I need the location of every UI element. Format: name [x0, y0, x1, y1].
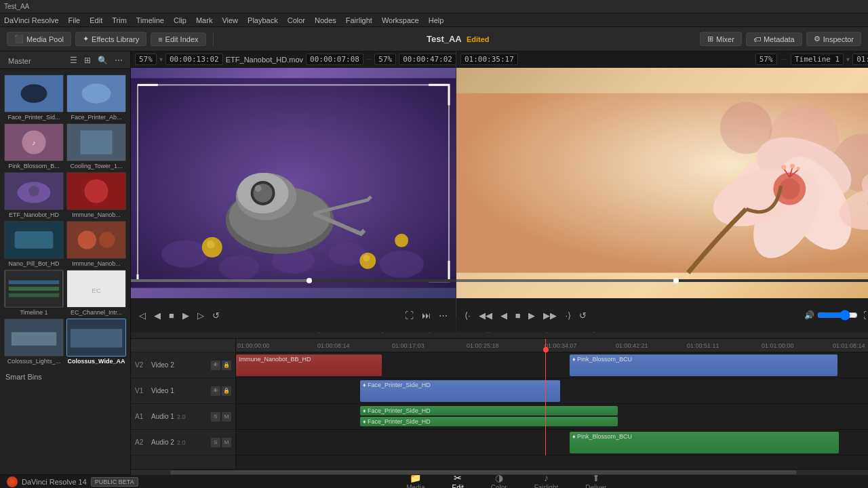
timeline-scrollbar[interactable]: [131, 469, 868, 474]
time-marker: 01:00:00:00: [237, 342, 270, 349]
clip-immune-nanobot[interactable]: Immune_Nanobot_BB_HD: [236, 354, 382, 376]
program-timeline[interactable]: Timeline 1: [791, 54, 844, 65]
program-go-in-button[interactable]: ⟨·: [462, 309, 473, 322]
metadata-label: Metadata: [764, 35, 795, 43]
clip-face-printer-a1-2[interactable]: ♦ Face_Printer_Side_HD: [360, 417, 618, 426]
inspector-button[interactable]: ⚙ Inspector: [806, 32, 861, 46]
source-zoom2[interactable]: 57%: [374, 54, 396, 65]
program-step-fwd-button[interactable]: ▶▶: [540, 309, 559, 322]
program-stop-button[interactable]: ■: [513, 309, 524, 322]
source-frame-left-button[interactable]: ◁: [136, 309, 149, 322]
center-right: 57% ▾ 00:00:13:02 ETF_Nanobot_HD.mov 00:…: [131, 52, 868, 474]
track-a2-mute[interactable]: M: [222, 438, 231, 447]
effects-library-button[interactable]: ✦ Effects Library: [75, 32, 146, 46]
list-item[interactable]: Immune_Nanob...: [66, 221, 126, 267]
program-step-back-button[interactable]: ◀◀: [476, 309, 495, 322]
svg-point-34: [379, 251, 424, 278]
program-progress-handle[interactable]: [673, 278, 679, 283]
list-item[interactable]: ETF_Nanobot_HD: [4, 172, 64, 218]
program-progress-bar[interactable]: [456, 279, 868, 282]
program-loop-button[interactable]: ↺: [576, 309, 589, 322]
source-frame-right-button[interactable]: ▷: [195, 309, 207, 322]
list-item[interactable]: EC EC_Channel_Intr...: [66, 270, 126, 316]
program-progress-fill: [456, 279, 676, 282]
menu-item-trim[interactable]: Trim: [112, 16, 127, 24]
media-pool-label: Media Pool: [26, 35, 64, 43]
svg-point-30: [161, 241, 209, 268]
list-item[interactable]: Timeline 1: [4, 270, 64, 316]
program-go-out-button[interactable]: ·⟩: [562, 309, 574, 322]
clip-pink-blossom-a2[interactable]: ♦ Pink_Blossom_BCU: [570, 432, 839, 453]
menu-item-edit[interactable]: Edit: [90, 16, 102, 24]
app-logo: DaVinci Resolve 14 PUBLIC BETA: [7, 476, 138, 487]
media-thumbnail: [4, 270, 64, 308]
menu-item-file[interactable]: File: [68, 16, 81, 24]
menu-item-timeline[interactable]: Timeline: [136, 16, 164, 24]
menu-item-workspace[interactable]: Workspace: [382, 16, 419, 24]
clip-pink-blossom-v2[interactable]: ♦ Pink_Blossom_BCU: [570, 354, 837, 376]
program-video: [456, 68, 868, 298]
menu-item-clip[interactable]: Clip: [174, 16, 186, 24]
track-a1-controls: S M: [211, 412, 231, 422]
program-frame-back-button[interactable]: ◀: [498, 309, 510, 322]
menu-item-fairlight[interactable]: Fairlight: [346, 16, 372, 24]
search-button[interactable]: 🔍: [96, 54, 110, 66]
track-v1-eye[interactable]: 👁: [211, 386, 220, 396]
timeline-content: V2 Video 2 👁 🔒 V1 Video 1 👁 🔒: [131, 339, 868, 469]
source-timecode-out: 00:00:47:02: [399, 54, 456, 65]
source-progress-bar[interactable]: [131, 279, 456, 282]
menu-item-playback[interactable]: Playback: [248, 16, 278, 24]
index-icon: ≡: [158, 35, 162, 43]
mixer-button[interactable]: ⊞ Mixer: [700, 32, 742, 46]
svg-point-13: [84, 179, 108, 203]
menu-item-view[interactable]: View: [222, 16, 238, 24]
metadata-button[interactable]: 🏷 Metadata: [746, 33, 802, 46]
menu-item-resolve[interactable]: DaVinci Resolve: [4, 16, 59, 24]
toolbar-separator-1: [213, 33, 214, 46]
menu-item-help[interactable]: Help: [429, 16, 444, 24]
list-item[interactable]: Colossus_Wide_AA: [66, 319, 126, 365]
source-stop-button[interactable]: ■: [166, 309, 177, 322]
track-v1-lock[interactable]: 🔒: [222, 386, 231, 396]
source-settings-button[interactable]: ⋯: [436, 309, 450, 322]
list-item[interactable]: ♪ Pink_Blossom_B...: [4, 123, 64, 169]
list-view-button[interactable]: ☰: [68, 54, 79, 66]
list-item[interactable]: Immune_Nanob...: [66, 172, 126, 218]
source-zoom[interactable]: 57%: [135, 54, 157, 65]
source-loop-button[interactable]: ↺: [210, 309, 222, 322]
clip-face-printer-a1-1[interactable]: ♦ Face_Printer_Side_HD: [360, 406, 618, 415]
menu-item-color[interactable]: Color: [288, 16, 305, 24]
source-step-back-button[interactable]: ◀: [151, 309, 163, 322]
track-a2-solo[interactable]: S: [211, 438, 220, 447]
menu-item-mark[interactable]: Mark: [196, 16, 212, 24]
program-fullscreen-button[interactable]: ⛶: [861, 309, 868, 322]
time-marker: 01:00:51:11: [687, 342, 719, 349]
menu-item-nodes[interactable]: Nodes: [315, 16, 336, 24]
track-v2-eye[interactable]: 👁: [211, 361, 220, 370]
media-pool-icon: ⬛: [14, 35, 24, 43]
media-item-label: Colossus_Lights_...: [7, 358, 61, 365]
track-a1-solo[interactable]: S: [211, 412, 220, 422]
view-controls: ☰ ⊞ 🔍 ⋯: [68, 54, 125, 66]
clip-face-printer-v1[interactable]: ♦ Face_Printer_Side_HD: [360, 380, 560, 402]
volume-slider[interactable]: [817, 310, 858, 321]
source-fullscreen-button[interactable]: ⛶: [402, 309, 416, 322]
source-next-button[interactable]: ⏭: [419, 309, 433, 322]
edit-index-button[interactable]: ≡ Edit Index: [151, 33, 205, 46]
program-zoom[interactable]: 57%: [755, 54, 777, 65]
list-item[interactable]: Colossus_Lights_...: [4, 319, 64, 365]
track-v2-lock[interactable]: 🔒: [222, 361, 231, 370]
grid-view-button[interactable]: ⊞: [82, 54, 93, 66]
filter-button[interactable]: ⋯: [113, 54, 125, 66]
media-pool-button[interactable]: ⬛ Media Pool: [7, 32, 71, 46]
source-play-button[interactable]: ▶: [180, 309, 192, 322]
list-item[interactable]: Face_Printer_Ab...: [66, 75, 126, 121]
program-play-button[interactable]: ▶: [526, 309, 538, 322]
source-progress-handle[interactable]: [307, 278, 312, 283]
list-item[interactable]: Nano_Pill_Bot_HD: [4, 221, 64, 267]
source-video: [131, 68, 456, 298]
track-lane-a1: ♦ Face_Printer_Side_HD ♦ Face_Printer_Si…: [236, 404, 868, 430]
list-item[interactable]: Cooling_Tower_1...: [66, 123, 126, 169]
list-item[interactable]: Face_Printer_Sid...: [4, 75, 64, 121]
track-a1-mute[interactable]: M: [222, 412, 231, 422]
